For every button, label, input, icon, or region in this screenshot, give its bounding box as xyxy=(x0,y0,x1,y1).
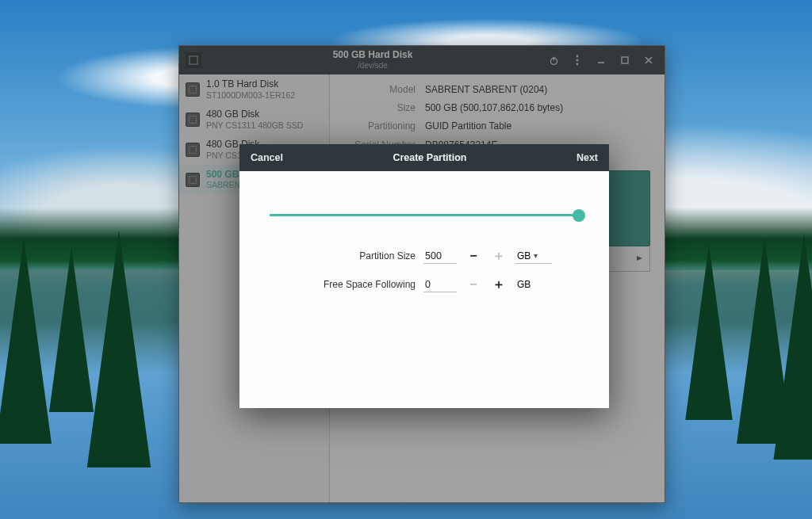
window-title-area: 500 GB Hard Disk /dev/sde xyxy=(206,50,539,70)
svg-point-4 xyxy=(576,59,579,62)
chevron-down-icon: ▾ xyxy=(534,251,538,260)
hard-disk-icon xyxy=(186,82,200,97)
slider-thumb[interactable] xyxy=(573,209,585,222)
create-partition-dialog: Cancel Create Partition Next Partition S… xyxy=(239,144,609,408)
size-decrement-button[interactable]: − xyxy=(465,247,482,265)
partition-size-slider[interactable] xyxy=(270,203,579,228)
slider-track xyxy=(270,214,579,216)
app-menu-icon[interactable] xyxy=(186,52,201,68)
disk-model: PNY CS1311 480GB SSD xyxy=(206,120,303,130)
hard-disk-icon xyxy=(186,143,200,157)
free-space-input[interactable] xyxy=(423,277,457,292)
free-unit-label: GB xyxy=(515,277,552,292)
svg-rect-0 xyxy=(190,56,197,64)
cancel-button[interactable]: Cancel xyxy=(251,152,283,163)
maximize-button[interactable] xyxy=(615,51,634,70)
sidebar-disk-item[interactable]: 480 GB Disk PNY CS1311 480GB SSD xyxy=(179,105,329,135)
svg-rect-7 xyxy=(622,57,628,63)
hard-disk-icon xyxy=(186,113,200,127)
disk-name: 1.0 TB Hard Disk xyxy=(206,79,295,90)
free-increment-button[interactable]: ＋ xyxy=(490,276,508,293)
desktop-wallpaper: 500 GB Hard Disk /dev/sde xyxy=(0,0,812,519)
partition-size-row: Partition Size − ＋ GB ▾ xyxy=(263,247,585,265)
power-icon[interactable] xyxy=(544,51,563,70)
detail-label: Partitioning xyxy=(344,119,416,134)
size-unit-value: GB xyxy=(517,250,530,261)
titlebar[interactable]: 500 GB Hard Disk /dev/sde xyxy=(179,46,665,74)
close-button[interactable] xyxy=(639,51,658,70)
size-unit-select[interactable]: GB ▾ xyxy=(515,249,552,264)
hard-disk-icon xyxy=(186,173,200,187)
window-subtitle: /dev/sde xyxy=(206,61,539,71)
dialog-header: Cancel Create Partition Next xyxy=(239,144,609,171)
mount-icon[interactable] xyxy=(634,253,645,264)
sidebar-disk-item[interactable]: 1.0 TB Hard Disk ST1000DM003-1ER162 xyxy=(179,74,329,105)
detail-label: Model xyxy=(344,82,416,97)
disk-model: ST1000DM003-1ER162 xyxy=(206,90,295,100)
dialog-title: Create Partition xyxy=(283,152,576,163)
svg-marker-15 xyxy=(637,256,642,261)
free-decrement-button[interactable]: − xyxy=(465,276,482,293)
free-space-label: Free Space Following xyxy=(297,279,416,290)
disk-name: 480 GB Disk xyxy=(206,109,303,120)
minimize-button[interactable] xyxy=(592,51,611,70)
detail-value: GUID Partition Table xyxy=(425,119,511,134)
svg-point-3 xyxy=(576,55,579,58)
next-button[interactable]: Next xyxy=(576,152,598,163)
window-title: 500 GB Hard Disk xyxy=(206,50,539,61)
kebab-menu-icon[interactable] xyxy=(568,51,587,70)
partition-size-label: Partition Size xyxy=(297,250,416,261)
detail-value: SABRENT SABRENT (0204) xyxy=(425,82,547,97)
partition-size-input[interactable] xyxy=(423,249,457,264)
size-increment-button[interactable]: ＋ xyxy=(490,247,508,265)
svg-point-5 xyxy=(576,63,579,66)
detail-label: Size xyxy=(344,101,416,116)
detail-value: 500 GB (500,107,862,016 bytes) xyxy=(425,101,563,116)
free-space-row: Free Space Following − ＋ GB xyxy=(263,276,585,293)
